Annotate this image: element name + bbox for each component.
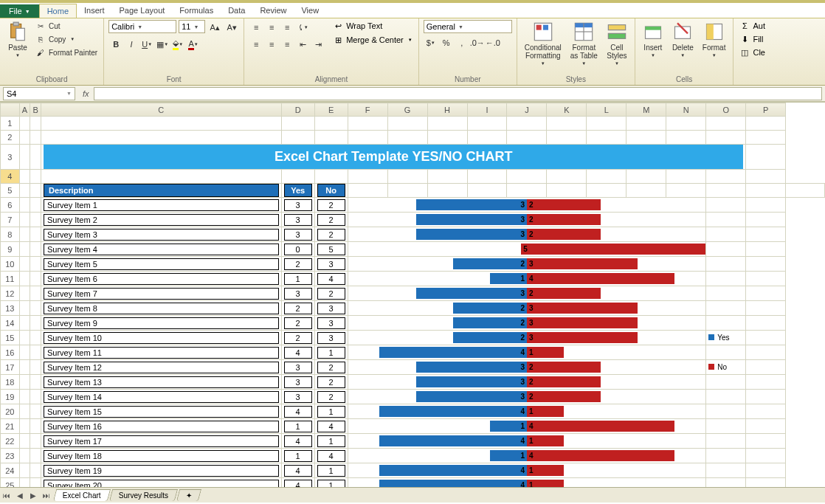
col-header-J[interactable]: J [507, 103, 547, 117]
row-header-18[interactable]: 18 [1, 375, 20, 390]
col-header-N[interactable]: N [666, 103, 706, 117]
cut-button[interactable]: ✂Cut [34, 20, 99, 32]
border-button[interactable]: ▦▼ [155, 37, 170, 52]
row-header-15[interactable]: 15 [1, 331, 20, 345]
fill-color-button[interactable]: ⬙▼ [170, 37, 185, 52]
row-header-8[interactable]: 8 [1, 227, 20, 242]
first-sheet-button[interactable]: ⏮ [0, 491, 13, 500]
conditional-formatting-button[interactable]: Conditional Formatting▼ [522, 20, 565, 67]
insert-button[interactable]: Insert▼ [640, 20, 666, 59]
row-header-16[interactable]: 16 [1, 345, 20, 360]
tab-formulas[interactable]: Formulas [172, 4, 221, 18]
col-header-B[interactable]: B [30, 103, 41, 117]
row-header-24[interactable]: 24 [1, 463, 20, 478]
col-header-O[interactable]: O [706, 103, 746, 117]
row-header-13[interactable]: 13 [1, 301, 20, 316]
tab-view[interactable]: View [294, 4, 326, 18]
align-center-button[interactable]: ≡ [264, 37, 279, 52]
merge-center-button[interactable]: ⊞Merge & Center▼ [331, 34, 414, 46]
align-top-button[interactable]: ≡ [249, 20, 263, 35]
clear-button[interactable]: ◫Cle [738, 46, 767, 58]
cell-styles-button[interactable]: Cell Styles▼ [604, 20, 630, 67]
file-tab[interactable]: File ▼ [0, 4, 39, 18]
col-header-H[interactable]: H [427, 103, 467, 117]
col-header-A[interactable]: A [19, 103, 30, 117]
row-header-12[interactable]: 12 [1, 286, 20, 301]
dec-decimal-button[interactable]: ←.0 [486, 35, 500, 50]
row-header-20[interactable]: 20 [1, 404, 20, 419]
bold-button[interactable]: B [108, 37, 123, 52]
select-all-button[interactable] [1, 103, 20, 117]
row-header-14[interactable]: 14 [1, 316, 20, 331]
row-header-9[interactable]: 9 [1, 242, 20, 257]
row-header-11[interactable]: 11 [1, 272, 20, 286]
percent-button[interactable]: % [439, 35, 454, 50]
delete-button[interactable]: Delete▼ [669, 20, 697, 59]
col-header-I[interactable]: I [467, 103, 507, 117]
col-header-C[interactable]: C [41, 103, 281, 117]
comma-button[interactable]: , [455, 35, 469, 50]
tab-review[interactable]: Review [252, 4, 294, 18]
align-middle-button[interactable]: ≡ [264, 20, 279, 35]
accounting-button[interactable]: $▼ [424, 35, 438, 50]
fill-button[interactable]: ⬇Fill [738, 33, 764, 45]
indent-dec-button[interactable]: ⇤ [295, 37, 310, 52]
new-sheet-button[interactable]: ✦ [176, 489, 201, 501]
font-color-button[interactable]: A▼ [186, 37, 201, 52]
shrink-font-button[interactable]: A▾ [224, 20, 239, 35]
row-header-23[interactable]: 23 [1, 449, 20, 463]
copy-button[interactable]: ⎘Copy▼ [34, 33, 99, 45]
number-format-combo[interactable]: General▼ [424, 20, 512, 33]
autosum-button[interactable]: ΣAut [738, 20, 767, 32]
row-header-2[interactable]: 2 [1, 131, 20, 145]
row-header-1[interactable]: 1 [1, 117, 20, 131]
font-name-combo[interactable]: Calibri▼ [108, 20, 176, 33]
row-header-19[interactable]: 19 [1, 390, 20, 404]
italic-button[interactable]: I [124, 37, 139, 52]
sheet-tab-other[interactable]: Survey Results [109, 489, 179, 501]
col-header-L[interactable]: L [587, 103, 626, 117]
align-right-button[interactable]: ≡ [280, 37, 294, 52]
wrap-text-button[interactable]: ↩Wrap Text [331, 20, 414, 32]
fx-icon[interactable]: fx [83, 89, 89, 98]
row-header-10[interactable]: 10 [1, 257, 20, 272]
row-header-25[interactable]: 25 [1, 478, 20, 488]
row-header-21[interactable]: 21 [1, 419, 20, 434]
underline-button[interactable]: U▼ [139, 37, 154, 52]
font-size-combo[interactable]: 11▼ [179, 20, 205, 33]
tab-insert[interactable]: Insert [77, 4, 112, 18]
row-header-22[interactable]: 22 [1, 434, 20, 449]
align-left-button[interactable]: ≡ [249, 37, 263, 52]
row-header-6[interactable]: 6 [1, 198, 20, 213]
formula-input[interactable] [94, 87, 822, 100]
format-button[interactable]: Format▼ [700, 20, 729, 59]
row-header-5[interactable]: 5 [1, 184, 20, 198]
tab-page-layout[interactable]: Page Layout [112, 4, 173, 18]
row-header-7[interactable]: 7 [1, 213, 20, 227]
col-header-E[interactable]: E [314, 103, 348, 117]
orientation-button[interactable]: ⤹▼ [295, 20, 310, 35]
align-bottom-button[interactable]: ≡ [280, 20, 294, 35]
col-header-F[interactable]: F [348, 103, 387, 117]
inc-decimal-button[interactable]: .0→ [470, 35, 485, 50]
row-header-4[interactable]: 4 [1, 170, 20, 184]
col-header-K[interactable]: K [547, 103, 587, 117]
name-box[interactable]: S4▼ [3, 87, 75, 100]
sheet-tab-active[interactable]: Excel Chart [53, 489, 111, 501]
col-header-D[interactable]: D [281, 103, 314, 117]
col-header-P[interactable]: P [746, 103, 785, 117]
col-header-M[interactable]: M [626, 103, 666, 117]
tab-home[interactable]: Home [39, 4, 77, 18]
row-header-3[interactable]: 3 [1, 145, 20, 170]
col-header-G[interactable]: G [387, 103, 427, 117]
paste-button[interactable]: Paste ▼ [4, 20, 31, 59]
prev-sheet-button[interactable]: ◀ [13, 491, 27, 500]
last-sheet-button[interactable]: ⏭ [40, 491, 53, 500]
grow-font-button[interactable]: A▴ [207, 20, 222, 35]
row-header-17[interactable]: 17 [1, 360, 20, 375]
format-painter-button[interactable]: 🖌Format Painter [34, 46, 99, 58]
format-as-table-button[interactable]: Format as Table▼ [567, 20, 601, 67]
spreadsheet-grid[interactable]: ABCDEFGHIJKLMNOP123Excel Chart Template … [0, 102, 825, 487]
tab-data[interactable]: Data [221, 4, 252, 18]
next-sheet-button[interactable]: ▶ [27, 491, 40, 500]
